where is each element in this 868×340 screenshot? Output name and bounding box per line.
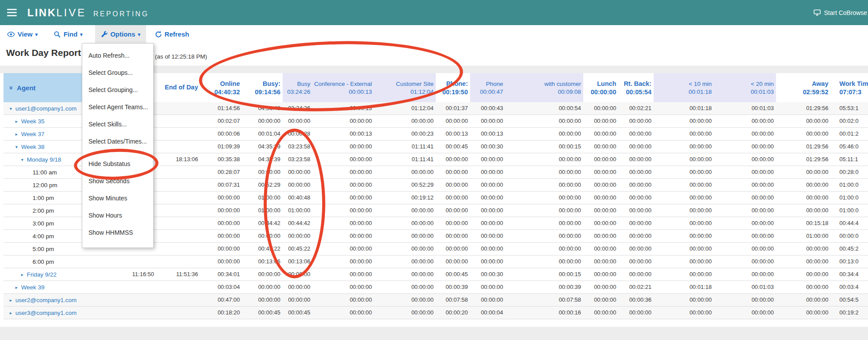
cell-with_customer: 00:00:00: [505, 255, 583, 268]
column-header-online[interactable]: Online04:40:32: [200, 73, 242, 102]
find-menu-button[interactable]: Find ▾: [54, 25, 82, 43]
cell-with_customer: 00:00:16: [505, 307, 583, 319]
column-header-busy[interactable]: Busy03:24:26: [283, 73, 313, 102]
cell-busy: 00:40:48: [283, 192, 313, 204]
menu-item-select-agent-teams[interactable]: Select Agent Teams...: [82, 99, 153, 116]
cell-end_of_day: [156, 294, 200, 306]
view-menu-button[interactable]: View ▾: [7, 25, 37, 43]
hamburger-menu-icon[interactable]: [7, 9, 17, 16]
cell-with_customer: 00:00:00: [505, 192, 583, 204]
cell-phone_total: 00:00:45: [436, 140, 470, 153]
column-header-rt_back[interactable]: Rt. Back:00:05:54: [618, 73, 654, 102]
cell-phone: 00:00:00: [470, 153, 505, 166]
menu-item-select-skills[interactable]: Select Skills...: [82, 116, 153, 133]
cell-lunch: 00:00:00: [583, 192, 618, 204]
page-footer-band: [0, 327, 868, 340]
agent-header-label: Agent: [17, 84, 36, 92]
menu-item-hide-substatus[interactable]: Hide Substatus: [82, 155, 153, 173]
cell-with_customer: 00:00:00: [505, 115, 583, 127]
cell-work_time: 00:13:0: [831, 255, 868, 268]
cell-lunch: 00:00:00: [583, 230, 618, 242]
cell-away: 01:29:56: [776, 102, 831, 115]
column-header-away[interactable]: Away02:59:52: [776, 73, 831, 102]
table-row: ▸user3@company1.com00:18:2000:00:4500:00…: [4, 307, 868, 319]
expand-arrow-icon[interactable]: ▸: [15, 132, 21, 137]
expand-arrow-icon[interactable]: ▸: [15, 285, 21, 290]
cell-phone: 00:00:00: [470, 192, 505, 204]
cell-conference_external: 00:00:13: [313, 128, 374, 140]
cell-with_customer: 00:00:54: [505, 102, 583, 115]
cell-busy_total: 04:35:39: [242, 140, 283, 153]
collapse-arrow-icon[interactable]: ▾: [10, 106, 15, 111]
cell-online: 00:18:20: [200, 307, 242, 319]
cell-phone_total: 00:00:00: [436, 115, 470, 127]
tree-row-label[interactable]: ▸Friday 9/22: [4, 268, 111, 281]
cell-busy_total: 00:13:06: [242, 255, 283, 268]
column-header-busy_total[interactable]: Busy:09:14:56: [242, 73, 283, 102]
tree-row-label[interactable]: ▸user2@company1.com: [4, 294, 111, 306]
expand-arrow-icon[interactable]: ▸: [10, 310, 15, 315]
column-header-customer_site[interactable]: Customer Site01:12:04: [374, 73, 436, 102]
cell-conference_external: 00:00:00: [313, 153, 374, 166]
cell-lt_10_min: 00:00:00: [654, 307, 714, 319]
cell-conference_external: 00:00:00: [313, 307, 374, 319]
column-header-lt_10_min[interactable]: < 10 min00:01:18: [654, 73, 714, 102]
cell-end_of_day: [156, 179, 200, 191]
column-header-lt_20_min[interactable]: < 20 min00:01:03: [714, 73, 776, 102]
menu-item-select-grouping[interactable]: Select Grouping...: [82, 81, 153, 99]
column-header-end_of_day[interactable]: End of Day: [156, 73, 200, 102]
tree-row-label[interactable]: 6:00 pm: [4, 255, 111, 268]
column-header-conference_external[interactable]: Conference - External00:00:13: [313, 73, 374, 102]
cell-lunch: 00:00:00: [583, 140, 618, 153]
cell-conference_external: 00:00:00: [313, 166, 374, 178]
cell-online: 00:35:38: [200, 153, 242, 166]
tree-row-label[interactable]: ▸user3@company1.com: [4, 307, 111, 319]
menu-item-select-groups[interactable]: Select Groups...: [82, 64, 153, 81]
menu-item-show-seconds[interactable]: Show Seconds: [82, 173, 153, 190]
cell-customer_site: 00:00:00: [374, 243, 436, 255]
expand-arrow-icon[interactable]: ▸: [15, 119, 21, 124]
cell-away: 01:00:00: [776, 230, 831, 242]
refresh-button[interactable]: Refresh: [155, 25, 189, 43]
column-label: Phone: [486, 81, 503, 87]
column-header-work_time[interactable]: Work Tim07:07:3: [831, 73, 868, 102]
menu-item-show-hours[interactable]: Show Hours: [82, 207, 153, 224]
cell-work_time: 05:53:1: [831, 102, 868, 115]
page-title: Work Day Report: [6, 48, 81, 58]
row-label-text: 12:00 pm: [33, 182, 57, 188]
cell-conference_external: 00:00:00: [313, 192, 374, 204]
cell-customer_site: 00:00:00: [374, 166, 436, 178]
cell-lt_20_min: 00:00:00: [714, 179, 776, 191]
column-header-lunch[interactable]: Lunch00:00:00: [583, 73, 618, 102]
cell-lunch: 00:00:00: [583, 115, 618, 127]
cell-phone_total: 00:01:37: [436, 102, 470, 115]
cell-with_customer: 00:00:00: [505, 166, 583, 178]
cell-work_time: 00:02:0: [831, 115, 868, 127]
start-cobrowse-button[interactable]: Start CoBrowse: [813, 9, 867, 16]
menu-item-auto-refresh[interactable]: Auto Refresh...: [82, 47, 153, 64]
cell-work_time: 00:19:2: [831, 307, 868, 319]
search-icon: [54, 31, 61, 38]
expand-arrow-icon[interactable]: ▸: [10, 298, 15, 303]
column-header-phone_total[interactable]: Phone:00:19:50: [436, 73, 470, 102]
expand-arrow-icon[interactable]: ▸: [21, 272, 27, 277]
menu-item-select-dates-times[interactable]: Select Dates/Times...: [82, 133, 153, 150]
collapse-arrow-icon[interactable]: ▾: [15, 144, 21, 149]
tree-row-label[interactable]: ▸Week 39: [4, 281, 111, 293]
menu-item-show-hhmmss[interactable]: Show HHMMSS: [82, 224, 153, 241]
column-total: 00:01:03: [750, 89, 774, 95]
cell-online: 00:03:04: [200, 281, 242, 293]
options-menu-button[interactable]: Options ▾: [95, 25, 146, 43]
cell-busy: 01:00:00: [283, 204, 313, 217]
menu-item-show-minutes[interactable]: Show Minutes: [82, 190, 153, 207]
column-header-phone[interactable]: Phone00:00:47: [470, 73, 505, 102]
cell-lt_20_min: 00:00:00: [714, 294, 776, 306]
report-timestamp: (as of 12:25:18 PM): [155, 53, 207, 60]
cell-busy_total: 00:00:00: [242, 294, 283, 306]
column-header-with_customer[interactable]: with customer00:09:08: [505, 73, 583, 102]
collapse-arrow-icon[interactable]: ▾: [21, 157, 27, 162]
cell-lt_20_min: 00:00:00: [714, 255, 776, 268]
cell-away: 00:00:00: [776, 307, 831, 319]
cell-work_time: 00:03:4: [831, 281, 868, 293]
cell-online: 01:14:56: [200, 102, 242, 115]
